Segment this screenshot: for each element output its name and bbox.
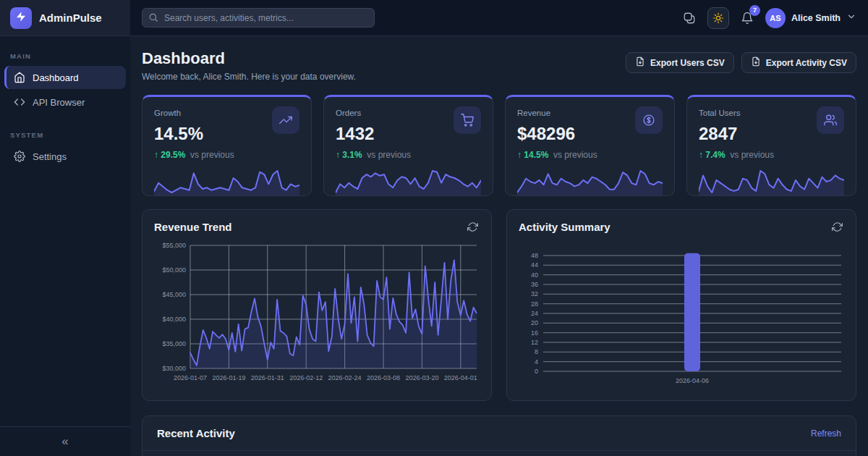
svg-text:48: 48 (531, 252, 538, 259)
sidebar-item-api-browser[interactable]: API Browser (4, 90, 126, 114)
arrow-up-icon: ↑ 14.5% (517, 150, 548, 160)
stat-delta: ↑ 3.1% vs previous (336, 150, 481, 160)
svg-text:44: 44 (531, 261, 538, 269)
page-title: Dashboard (142, 49, 356, 68)
svg-text:8: 8 (535, 348, 538, 355)
svg-text:36: 36 (531, 281, 538, 288)
svg-text:$45,000: $45,000 (162, 291, 186, 298)
stat-delta: ↑ 14.5% vs previous (517, 150, 663, 160)
svg-text:16: 16 (531, 329, 538, 337)
zap-icon (15, 11, 27, 22)
sidebar-section-system: SYSTEM (0, 125, 130, 143)
svg-text:28: 28 (531, 300, 538, 308)
sidebar-nav: MAINDashboardAPI BrowserSYSTEMSettings (0, 36, 130, 169)
revenue-refresh-button[interactable] (466, 220, 480, 234)
sidebar-item-dashboard[interactable]: Dashboard (4, 66, 126, 89)
theme-toggle-button[interactable] (707, 7, 729, 29)
topbar: AdminPulse 7 AS Alice Smith (0, 0, 868, 36)
svg-text:2026-02-12: 2026-02-12 (289, 374, 323, 381)
activity-list-item[interactable]: AUAdmin User Updated product listingProd… (142, 451, 856, 456)
settings-icon (14, 151, 25, 162)
recent-activity-title: Recent Activity (157, 427, 235, 439)
stats-row: Growth14.5%↑ 29.5% vs previousOrders1432… (142, 95, 856, 196)
sidebar-item-label: API Browser (33, 97, 85, 108)
chevron-down-icon (846, 12, 856, 25)
sidebar-item-settings[interactable]: Settings (4, 145, 126, 168)
svg-text:24: 24 (531, 310, 538, 317)
sidebar-item-label: Dashboard (33, 72, 79, 83)
home-icon (14, 72, 25, 83)
search-icon (148, 12, 158, 22)
revenue-trend-card: Revenue Trend $30,000$35,000$40,000$45,0… (142, 209, 492, 401)
export-users-csv-button[interactable]: Export Users CSV (626, 52, 734, 73)
stat-value: 2847 (699, 124, 844, 144)
svg-text:40: 40 (531, 271, 538, 279)
svg-text:4: 4 (535, 358, 538, 366)
svg-text:32: 32 (531, 290, 538, 297)
svg-text:2026-04-06: 2026-04-06 (676, 377, 709, 384)
arrow-up-icon: ↑ 3.1% (336, 150, 362, 160)
app-name: AdminPulse (39, 12, 102, 24)
file-export-icon (751, 56, 761, 67)
stat-card-orders: Orders1432↑ 3.1% vs previous (323, 95, 493, 196)
stat-label: Revenue (517, 106, 550, 117)
main-content: Dashboard Welcome back, Alice Smith. Her… (130, 36, 868, 456)
user-name: Alice Smith (791, 13, 841, 23)
file-export-icon (635, 56, 645, 67)
stat-delta: ↑ 7.4% vs previous (699, 150, 844, 160)
svg-text:$55,000: $55,000 (162, 242, 186, 249)
search-box (142, 8, 375, 28)
docs-button[interactable] (681, 10, 697, 26)
brand: AdminPulse (0, 0, 130, 35)
sidebar-collapse-button[interactable]: « (61, 434, 68, 449)
activity-summary-card: Activity Summary 04812162024283236404448… (506, 209, 856, 401)
svg-text:2026-04-01: 2026-04-01 (444, 374, 477, 381)
recent-activity-refresh-link[interactable]: Refresh (811, 428, 841, 439)
avatar: AS (765, 8, 786, 28)
export-activity-csv-button[interactable]: Export Activity CSV (741, 52, 856, 73)
svg-text:$40,000: $40,000 (162, 316, 186, 323)
stat-card-growth: Growth14.5%↑ 29.5% vs previous (142, 95, 312, 196)
stat-value: $48296 (517, 124, 663, 144)
svg-text:2026-01-31: 2026-01-31 (251, 374, 284, 381)
file-export-icon (751, 56, 761, 69)
recent-activity-list: AUAdmin User Updated product listingProd… (142, 451, 856, 456)
arrow-up-icon: ↑ 29.5% (154, 150, 185, 160)
user-menu[interactable]: AS Alice Smith (765, 8, 856, 28)
refresh-icon (467, 221, 478, 232)
stat-card-revenue: Revenue$48296↑ 14.5% vs previous (505, 95, 675, 196)
svg-text:2026-03-20: 2026-03-20 (405, 374, 438, 381)
svg-text:$50,000: $50,000 (162, 266, 186, 274)
svg-text:2026-02-24: 2026-02-24 (328, 374, 362, 381)
docs-icon (683, 12, 696, 25)
stat-label: Total Users (699, 106, 741, 117)
recent-activity-card: Recent Activity Refresh AUAdmin User Upd… (142, 415, 856, 456)
svg-text:$35,000: $35,000 (162, 340, 186, 347)
page-subtitle: Welcome back, Alice Smith. Here is your … (142, 72, 356, 82)
notification-badge: 7 (749, 5, 760, 16)
sidebar-section-main: MAIN (0, 46, 130, 64)
activity-summary-title: Activity Summary (519, 221, 610, 233)
svg-text:$30,000: $30,000 (162, 365, 186, 372)
svg-text:2026-03-08: 2026-03-08 (367, 374, 400, 381)
stat-sparkline (154, 166, 299, 195)
revenue-trend-title: Revenue Trend (154, 221, 232, 233)
svg-text:20: 20 (531, 319, 538, 326)
sidebar-footer: « (0, 426, 130, 456)
activity-refresh-button[interactable] (830, 220, 844, 234)
stat-value: 14.5% (154, 124, 299, 144)
stat-label: Growth (154, 106, 181, 117)
svg-text:12: 12 (531, 339, 538, 346)
notifications: 7 (739, 10, 755, 26)
stat-sparkline (517, 166, 663, 195)
refresh-icon (832, 221, 843, 232)
stat-card-total-users: Total Users2847↑ 7.4% vs previous (686, 95, 856, 196)
svg-text:2026-01-07: 2026-01-07 (174, 374, 207, 381)
svg-text:2026-01-19: 2026-01-19 (212, 374, 245, 381)
search-input[interactable] (142, 8, 375, 28)
stat-sparkline (699, 166, 844, 195)
svg-text:0: 0 (535, 368, 538, 375)
stat-label: Orders (336, 106, 361, 117)
stat-delta: ↑ 29.5% vs previous (154, 150, 299, 160)
sidebar: MAINDashboardAPI BrowserSYSTEMSettings « (0, 36, 130, 456)
